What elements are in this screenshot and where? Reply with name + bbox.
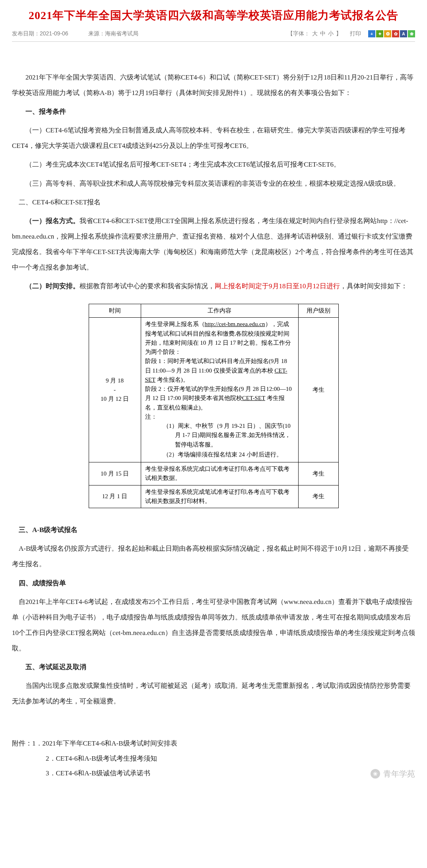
- paragraph: （二）考生完成本次CET4笔试报名后可报考CET-SET4；考生完成本次CET6…: [12, 157, 415, 172]
- red-highlight: 网上报名时间定于9月18日至10月12日进行: [215, 282, 340, 290]
- cell-role: 考生: [298, 485, 338, 508]
- cell-work: 考生登录网上报名系（http://cet-bm.neea.edu.cn），完成报…: [141, 318, 298, 462]
- article-title: 2021年下半年全国大学英语四六级和高等学校英语应用能力考试报名公告: [12, 8, 415, 23]
- th-work: 工作内容: [141, 304, 298, 318]
- wechat-watermark: ❀ 青年学苑: [371, 765, 415, 783]
- intro-paragraph: 2021年下半年全国大学英语四、六级考试笔试（简称CET4-6）和口试（简称CE…: [12, 70, 415, 101]
- share-icon-3[interactable]: ❂: [384, 30, 391, 37]
- paragraph: （三）高等专科、高等职业技术和成人高等院校修完专科层次英语课程的非英语专业的在校…: [12, 176, 415, 191]
- source: 来源：海南省考试局: [88, 30, 138, 37]
- table-row: 10 月 15 日 考生登录报名系统完成口试准考证打印,各考点可下载考试相关数据…: [89, 462, 338, 485]
- font-control: 【字体：大中小】: [286, 30, 343, 37]
- share-icon-1[interactable]: +: [368, 30, 375, 37]
- section-3-heading: 三、A-B级考试报名: [12, 522, 415, 538]
- section-4-heading: 四、成绩报告单: [12, 575, 415, 591]
- meta-bar: 发布日期：2021-09-06 来源：海南省考试局 【字体：大中小】 打印 + …: [12, 30, 415, 42]
- section-1-heading: 一、报考条件: [12, 104, 415, 119]
- attachments: 附件：1．2021年下半年CET4-6和A-B级考试时间安排表 2．CET4-6…: [12, 736, 415, 781]
- font-small-button[interactable]: 小: [328, 30, 334, 37]
- font-mid-button[interactable]: 中: [320, 30, 326, 37]
- publish-date: 发布日期：2021-09-06: [12, 30, 68, 37]
- wechat-icon: ❀: [371, 769, 380, 779]
- share-icons: + ✦ ❂ ✿ A ❀: [368, 30, 415, 37]
- article-body: 2021年下半年全国大学英语四、六级考试笔试（简称CET4-6）和口试（简称CE…: [12, 70, 415, 781]
- th-role: 用户级别: [298, 304, 338, 318]
- cell-work: 考生登录报名系统完成笔试准考证打印,各考点可下载考试相关数据及打印材料。: [141, 485, 298, 508]
- th-time: 时间: [89, 304, 141, 318]
- cell-work: 考生登录报名系统完成口试准考证打印,各考点可下载考试相关数据。: [141, 462, 298, 485]
- cell-time: 12 月 1 日: [89, 485, 141, 508]
- share-icon-5[interactable]: A: [400, 30, 407, 37]
- cell-role: 考生: [298, 462, 338, 485]
- cell-role: 考生: [298, 318, 338, 462]
- paragraph: 自2021年上半年CET4-6考试起，在成绩发布25个工作日后，考生可登录中国教…: [12, 594, 415, 656]
- cell-time: 10 月 15 日: [89, 462, 141, 485]
- schedule-table: 时间 工作内容 用户级别 9 月 18 - 10 月 12 日 考生登录网上报名…: [89, 304, 339, 508]
- paragraph: 当国内出现多点散发或聚集性疫情时，考试可能被延迟（延考）或取消。延考考生无需重新…: [12, 678, 415, 709]
- table-row: 9 月 18 - 10 月 12 日 考生登录网上报名系（http://cet-…: [89, 318, 338, 462]
- paragraph: （一）CET4-6笔试报考资格为全日制普通及成人高等院校本科、专科在校生，在籍研…: [12, 122, 415, 153]
- share-icon-6[interactable]: ❀: [408, 30, 415, 37]
- section-2-heading: 二、CET4-6和CET-SET报名: [12, 194, 415, 210]
- paragraph: （一）报名方式。我省CET4-6和CET-SET使用CET全国网上报名系统进行报…: [12, 213, 415, 275]
- share-icon-2[interactable]: ✦: [376, 30, 383, 37]
- url-link[interactable]: http://cet-bm.neea.edu.cn: [205, 321, 265, 327]
- section-5-heading: 五、考试延迟及取消: [12, 659, 415, 675]
- paragraph: （二）时间安排。根据教育部考试中心的要求和我省实际情况，网上报名时间定于9月18…: [12, 278, 415, 294]
- table-row: 12 月 1 日 考生登录报名系统完成笔试准考证打印,各考点可下载考试相关数据及…: [89, 485, 338, 508]
- paragraph: A-B级考试报名仍按原方式进行。报名起始和截止日期由各高校根据实际情况确定，报名…: [12, 541, 415, 572]
- cell-time: 9 月 18 - 10 月 12 日: [89, 318, 141, 462]
- share-icon-4[interactable]: ✿: [392, 30, 399, 37]
- font-large-button[interactable]: 大: [312, 30, 318, 37]
- print-button[interactable]: 打印: [350, 30, 361, 37]
